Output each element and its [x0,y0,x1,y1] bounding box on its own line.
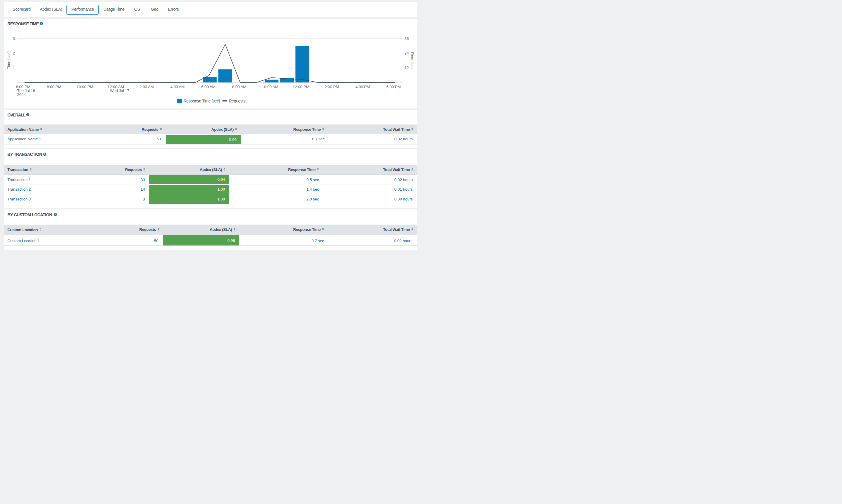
svg-text:12:00 PM: 12:00 PM [292,84,309,89]
svg-text:2: 2 [13,51,15,55]
svg-text:Wed Jul 17: Wed Jul 17 [110,88,129,93]
svg-text:10:00 AM: 10:00 AM [262,84,278,89]
svg-text:24: 24 [405,51,409,55]
svg-text:Time [sec]: Time [sec] [6,51,11,69]
svg-text:8:00 AM: 8:00 AM [232,84,246,89]
svg-text:4:00 PM: 4:00 PM [356,84,370,89]
svg-text:Requests: Requests [410,52,414,69]
svg-text:4:00 AM: 4:00 AM [171,84,185,89]
svg-text:12: 12 [405,66,409,70]
svg-text:1: 1 [13,66,15,70]
svg-text:2024: 2024 [17,92,26,97]
svg-text:Response Time [sec]: Response Time [sec] [183,98,220,103]
svg-text:10:00 PM: 10:00 PM [76,84,93,89]
svg-text:8:00 PM: 8:00 PM [47,84,61,89]
svg-text:2:00 PM: 2:00 PM [325,84,339,89]
svg-text:3: 3 [13,36,15,40]
svg-text:2:00 AM: 2:00 AM [140,84,154,89]
svg-text:36: 36 [405,36,409,40]
svg-text:6:00 PM: 6:00 PM [387,84,401,89]
svg-text:6:00 AM: 6:00 AM [201,84,215,89]
svg-text:Requests: Requests [229,98,246,103]
